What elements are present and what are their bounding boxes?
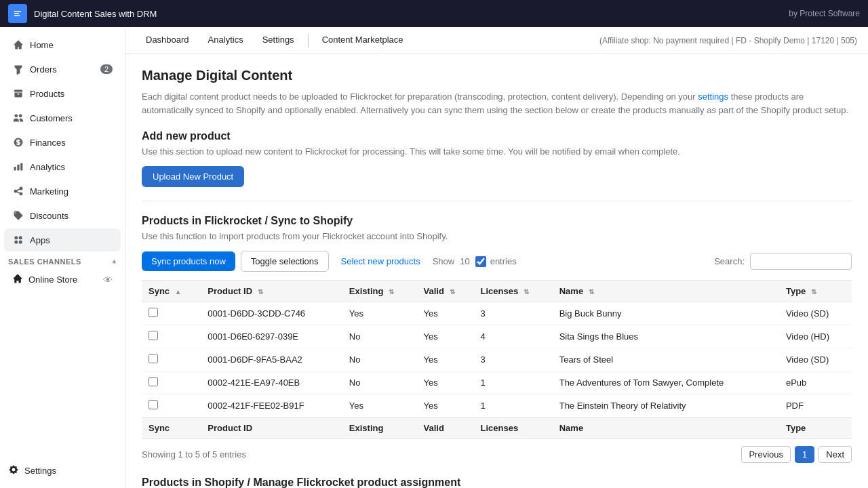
online-store-label: Online Store <box>28 274 77 285</box>
sync-now-button[interactable]: Sync products now <box>142 251 235 271</box>
add-sales-channel-icon[interactable]: + <box>112 258 117 266</box>
cell-type-3: ePub <box>779 371 852 394</box>
app-logo <box>8 4 27 23</box>
cell-licenses-4: 1 <box>474 394 553 418</box>
search-input[interactable] <box>750 253 852 270</box>
cell-licenses-3: 1 <box>474 371 553 394</box>
sort-existing-icon: ⇅ <box>389 288 394 296</box>
select-new-products-button[interactable]: Select new products <box>334 251 427 271</box>
cell-name-3: The Adventures of Tom Sawyer, Complete <box>553 371 779 394</box>
sidebar-item-home[interactable]: Home <box>4 33 121 56</box>
finances-icon <box>12 136 24 148</box>
sidebar-item-apps[interactable]: Apps <box>4 228 121 251</box>
table-row: 0001-D6E0-6297-039E No Yes 4 Sita Sings … <box>142 325 852 348</box>
sync-checkbox-4[interactable] <box>149 400 158 409</box>
col-existing[interactable]: Existing ⇅ <box>342 281 417 302</box>
sort-licenses-icon: ⇅ <box>524 288 529 296</box>
prev-page-button[interactable]: Previous <box>741 446 791 463</box>
cell-type-0: Video (SD) <box>779 302 852 325</box>
page-1-button[interactable]: 1 <box>795 446 814 463</box>
cell-sync-3[interactable] <box>142 371 201 394</box>
cell-valid-0: Yes <box>417 302 474 325</box>
search-control: Search: <box>714 253 852 270</box>
table-row: 0001-D6DD-3CDD-C746 Yes Yes 3 Big Buck B… <box>142 302 852 325</box>
orders-icon <box>12 63 24 75</box>
cell-sync-1[interactable] <box>142 325 201 348</box>
sidebar-item-orders[interactable]: Orders 2 <box>4 58 121 81</box>
cell-product-id-0: 0001-D6DD-3CDD-C746 <box>201 302 342 325</box>
app-subtitle: by Protect Software <box>789 9 860 18</box>
table-row: 0002-421F-FEE02-B91F Yes Yes 1 The Einst… <box>142 394 852 418</box>
sidebar-item-orders-label: Orders <box>30 64 57 75</box>
foot-col-product-id: Product ID <box>201 418 342 439</box>
settings-label: Settings <box>24 466 56 476</box>
nav-item-analytics[interactable]: Analytics <box>199 27 253 54</box>
cell-sync-0[interactable] <box>142 302 201 325</box>
table-row: 0002-421E-EA97-40EB No Yes 1 The Adventu… <box>142 371 852 394</box>
table-row: 0001-D6DF-9FA5-BAA2 No Yes 3 Tears of St… <box>142 348 852 371</box>
col-licenses[interactable]: Licenses ⇅ <box>474 281 553 302</box>
nav-item-dashboard[interactable]: Dashboard <box>136 27 199 54</box>
show-label: Show <box>433 256 455 266</box>
sync-checkbox-0[interactable] <box>149 308 158 317</box>
cell-existing-3: No <box>342 371 417 394</box>
col-sync[interactable]: Sync ▲ <box>142 281 201 302</box>
nav-item-settings[interactable]: Settings <box>253 27 304 54</box>
customers-icon <box>12 112 24 124</box>
sidebar-item-finances[interactable]: Finances <box>4 131 121 154</box>
sidebar-item-settings[interactable]: Settings <box>0 459 125 483</box>
sales-channels-section: Sales channels + <box>0 252 125 268</box>
cell-name-1: Sita Sings the Blues <box>553 325 779 348</box>
cell-product-id-4: 0002-421F-FEE02-B91F <box>201 394 342 418</box>
settings-link[interactable]: settings <box>698 92 728 102</box>
app-nav: Dashboard Analytics Settings Content Mar… <box>125 27 868 54</box>
content-area: Manage Digital Content Each digital cont… <box>125 54 868 488</box>
sidebar-item-online-store[interactable]: Online Store 👁 <box>4 269 121 290</box>
sidebar-item-home-label: Home <box>30 40 54 50</box>
sync-section-desc: Use this function to import products fro… <box>142 231 852 241</box>
sync-section-title: Products in Flickrocket / Sync to Shopif… <box>142 215 852 227</box>
sidebar-item-apps-label: Apps <box>30 235 50 245</box>
show-entries-checkbox[interactable] <box>475 256 486 267</box>
sync-checkbox-2[interactable] <box>149 354 158 363</box>
sidebar-item-customers[interactable]: Customers <box>4 106 121 129</box>
next-page-button[interactable]: Next <box>818 446 852 463</box>
sync-checkbox-3[interactable] <box>149 377 158 386</box>
nav-separator <box>308 34 309 47</box>
col-type[interactable]: Type ⇅ <box>779 281 852 302</box>
cell-name-0: Big Buck Bunny <box>553 302 779 325</box>
col-product-id[interactable]: Product ID ⇅ <box>201 281 342 302</box>
cell-sync-2[interactable] <box>142 348 201 371</box>
cell-existing-1: No <box>342 325 417 348</box>
analytics-icon <box>12 161 24 173</box>
cell-valid-3: Yes <box>417 371 474 394</box>
show-value: 10 <box>460 256 469 266</box>
showing-text: Showing 1 to 5 of 5 entries <box>142 449 737 460</box>
home-icon <box>12 39 24 51</box>
sidebar-item-discounts[interactable]: Discounts <box>4 204 121 227</box>
sidebar-item-analytics[interactable]: Analytics <box>4 155 121 178</box>
settings-icon <box>8 464 19 477</box>
cell-sync-4[interactable] <box>142 394 201 418</box>
foot-col-type: Type <box>779 418 852 439</box>
cell-name-4: The Einstein Theory of Relativity <box>553 394 779 418</box>
cell-type-1: Video (HD) <box>779 325 852 348</box>
foot-col-existing: Existing <box>342 418 417 439</box>
cell-valid-1: Yes <box>417 325 474 348</box>
page-title: Manage Digital Content <box>142 68 852 83</box>
sidebar-item-products[interactable]: Products <box>4 82 121 105</box>
cell-existing-0: Yes <box>342 302 417 325</box>
bottom-section-title: Products in Shopify / Manage Flickrocket… <box>142 476 852 488</box>
cell-valid-4: Yes <box>417 394 474 418</box>
upload-new-product-button[interactable]: Upload New Product <box>142 166 244 187</box>
toggle-selections-button[interactable]: Toggle selections <box>241 251 329 272</box>
sidebar-item-finances-label: Finances <box>30 138 66 148</box>
cell-name-2: Tears of Steel <box>553 348 779 371</box>
sidebar-item-marketing[interactable]: Marketing <box>4 180 121 203</box>
nav-item-marketplace[interactable]: Content Marketplace <box>313 27 413 54</box>
sync-checkbox-1[interactable] <box>149 331 158 340</box>
col-valid[interactable]: Valid ⇅ <box>417 281 474 302</box>
foot-col-licenses: Licenses <box>474 418 553 439</box>
col-name[interactable]: Name ⇅ <box>553 281 779 302</box>
online-store-eye-icon[interactable]: 👁 <box>103 274 113 285</box>
